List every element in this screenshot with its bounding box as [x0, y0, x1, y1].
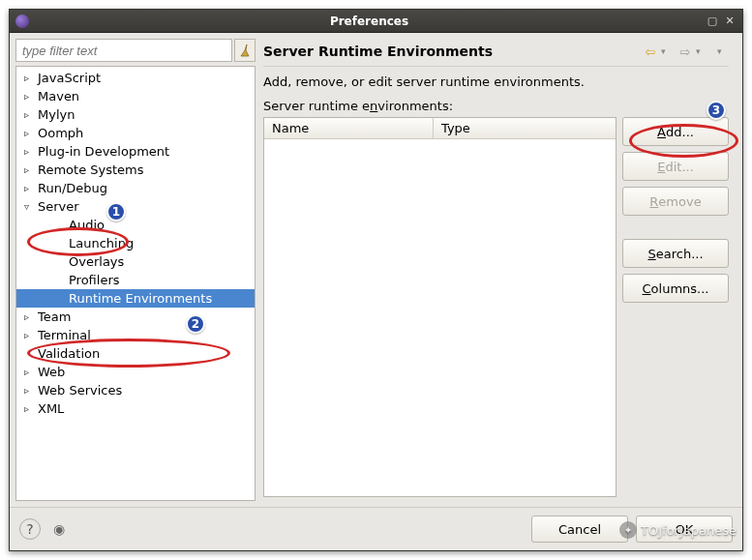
edit-button: Edit... — [622, 152, 729, 181]
broom-icon — [239, 44, 251, 57]
tree-item-web[interactable]: ▹Web — [16, 363, 255, 381]
nav-back-icon[interactable]: ⇦ — [642, 43, 659, 60]
tree-item-runtime-environments[interactable]: ▹Runtime Environments — [16, 289, 255, 308]
caret-right-icon[interactable]: ▹ — [24, 109, 34, 120]
tree-item-label: Web — [38, 365, 65, 379]
help-icon[interactable]: ? — [19, 518, 41, 540]
cancel-button[interactable]: Cancel — [531, 516, 628, 543]
remove-button: Remove — [622, 187, 729, 216]
page-title: Server Runtime Environments — [263, 44, 638, 59]
category-tree[interactable]: ▹JavaScript▹Maven▹Mylyn▹Oomph▹Plug-in De… — [15, 66, 256, 501]
titlebar: Preferences ▢ ✕ — [10, 10, 742, 33]
tree-item-oomph[interactable]: ▹Oomph — [16, 124, 255, 142]
caret-right-icon[interactable]: ▹ — [24, 311, 34, 322]
page-description: Add, remove, or edit server runtime envi… — [263, 74, 729, 89]
import-export-icon[interactable]: ◉ — [48, 518, 70, 540]
tree-item-label: Profilers — [69, 273, 120, 287]
tree-item-web-services[interactable]: ▹Web Services — [16, 381, 255, 399]
app-icon — [15, 15, 29, 28]
maximize-icon[interactable]: ▢ — [706, 15, 719, 28]
tree-item-label: Web Services — [38, 383, 122, 398]
tree-item-remote-systems[interactable]: ▹Remote Systems — [16, 161, 255, 179]
right-pane: Server Runtime Environments ⇦ ▾ ⇨ ▾ ▾ Ad… — [259, 39, 737, 501]
caret-right-icon[interactable]: ▹ — [24, 164, 34, 175]
tree-item-validation[interactable]: ▹Validation — [16, 344, 255, 363]
view-menu-icon[interactable]: ▾ — [717, 46, 729, 56]
column-name[interactable]: Name — [264, 118, 434, 138]
tree-item-run-debug[interactable]: ▹Run/Debug — [16, 179, 255, 197]
tree-item-javascript[interactable]: ▹JavaScript — [16, 69, 255, 87]
tree-item-profilers[interactable]: ▹Profilers — [16, 271, 255, 289]
content-area: ▹JavaScript▹Maven▹Mylyn▹Oomph▹Plug-in De… — [10, 33, 742, 550]
tree-item-xml[interactable]: ▹XML — [16, 399, 255, 418]
tree-item-team[interactable]: ▹Team — [16, 308, 255, 326]
table-header: Name Type — [264, 118, 616, 139]
filter-input[interactable] — [15, 39, 232, 62]
tree-item-label: Run/Debug — [38, 181, 107, 195]
caret-right-icon[interactable]: ▹ — [24, 146, 34, 157]
caret-right-icon[interactable]: ▹ — [24, 385, 34, 396]
caret-down-icon[interactable]: ▿ — [24, 201, 34, 212]
footer: ? ◉ Cancel OK — [10, 507, 742, 550]
tree-item-label: Audio — [69, 218, 105, 232]
ok-button[interactable]: OK — [636, 516, 733, 543]
search-button[interactable]: Search... — [622, 239, 729, 268]
runtime-table[interactable]: Name Type — [263, 117, 617, 497]
tree-item-launching[interactable]: ▹Launching — [16, 234, 255, 252]
tree-item-label: XML — [38, 401, 64, 416]
table-body — [264, 139, 616, 496]
add-button[interactable]: Add... — [622, 117, 729, 146]
nav-forward-icon[interactable]: ⇨ — [677, 43, 694, 60]
tree-item-label: Terminal — [38, 328, 91, 342]
tree-item-label: Launching — [69, 236, 134, 251]
left-pane: ▹JavaScript▹Maven▹Mylyn▹Oomph▹Plug-in De… — [15, 39, 256, 501]
nav-forward-menu-icon[interactable]: ▾ — [696, 46, 707, 56]
tree-item-label: Remote Systems — [38, 162, 144, 177]
caret-right-icon[interactable]: ▹ — [24, 128, 34, 138]
tree-item-overlays[interactable]: ▹Overlays — [16, 252, 255, 271]
tree-item-terminal[interactable]: ▹Terminal — [16, 326, 255, 344]
caret-right-icon[interactable]: ▹ — [24, 403, 34, 414]
tree-item-audio[interactable]: ▹Audio — [16, 216, 255, 234]
tree-item-label: Plug-in Development — [38, 144, 169, 159]
clear-filter-button[interactable] — [234, 39, 256, 62]
tree-item-maven[interactable]: ▹Maven — [16, 87, 255, 105]
tree-item-label: Runtime Environments — [69, 291, 212, 306]
tree-item-label: Maven — [38, 89, 79, 103]
nav-back-menu-icon[interactable]: ▾ — [661, 46, 673, 56]
tree-item-server[interactable]: ▿Server — [16, 197, 255, 216]
tree-item-mylyn[interactable]: ▹Mylyn — [16, 105, 255, 124]
tree-item-label: Validation — [38, 346, 100, 361]
close-icon[interactable]: ✕ — [723, 15, 737, 28]
tree-item-label: Oomph — [38, 126, 83, 140]
tree-item-label: Team — [38, 309, 71, 324]
window-title: Preferences — [37, 15, 702, 28]
caret-right-icon[interactable]: ▹ — [24, 73, 34, 83]
tree-item-label: Overlays — [69, 254, 124, 269]
caret-right-icon[interactable]: ▹ — [24, 367, 34, 377]
column-type[interactable]: Type — [434, 118, 616, 138]
caret-right-icon[interactable]: ▹ — [24, 330, 34, 340]
tree-item-plug-in-development[interactable]: ▹Plug-in Development — [16, 142, 255, 161]
columns-button[interactable]: Columns... — [622, 274, 729, 303]
table-label: Server runtime environments: — [263, 99, 729, 113]
tree-item-label: Server — [38, 199, 79, 214]
caret-right-icon[interactable]: ▹ — [24, 91, 34, 102]
tree-item-label: JavaScript — [38, 71, 101, 85]
caret-right-icon[interactable]: ▹ — [24, 183, 34, 193]
preferences-window: Preferences ▢ ✕ ▹JavaScript▹Maven▹Mylyn▹… — [9, 9, 743, 551]
tree-item-label: Mylyn — [38, 107, 75, 122]
